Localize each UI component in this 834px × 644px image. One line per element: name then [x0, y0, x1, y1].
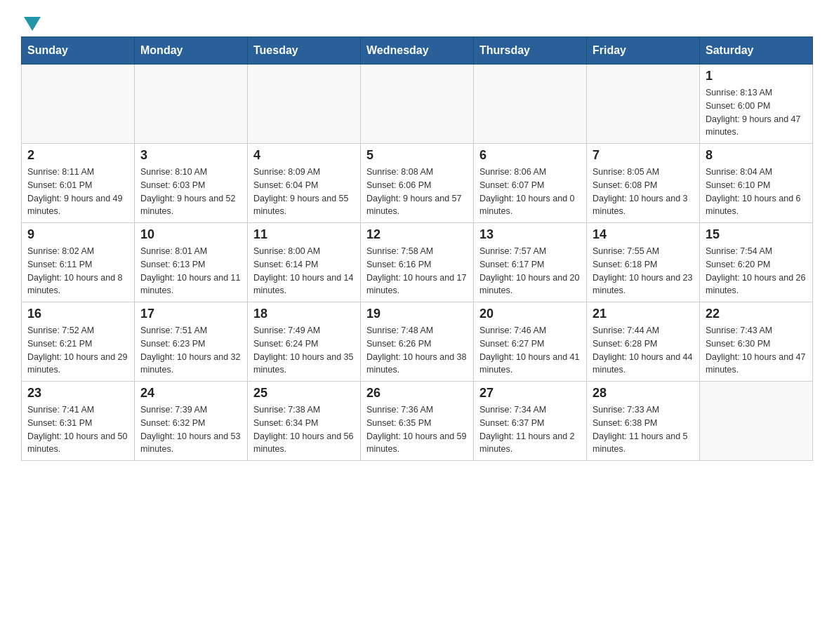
- calendar-day-cell: 13Sunrise: 7:57 AMSunset: 6:17 PMDayligh…: [474, 223, 587, 302]
- calendar-day-cell: 10Sunrise: 8:01 AMSunset: 6:13 PMDayligh…: [135, 223, 248, 302]
- calendar-day-cell: 7Sunrise: 8:05 AMSunset: 6:08 PMDaylight…: [587, 144, 700, 223]
- day-number: 11: [253, 227, 355, 242]
- calendar-day-cell: 28Sunrise: 7:33 AMSunset: 6:38 PMDayligh…: [587, 382, 700, 461]
- day-info: Sunrise: 7:52 AMSunset: 6:21 PMDaylight:…: [27, 324, 128, 377]
- calendar-day-cell: [361, 65, 474, 144]
- day-info: Sunrise: 8:05 AMSunset: 6:08 PMDaylight:…: [593, 166, 694, 218]
- day-info: Sunrise: 8:10 AMSunset: 6:03 PMDaylight:…: [140, 166, 241, 218]
- day-info: Sunrise: 7:41 AMSunset: 6:31 PMDaylight:…: [27, 403, 128, 456]
- day-info: Sunrise: 7:33 AMSunset: 6:38 PMDaylight:…: [593, 403, 694, 456]
- day-info: Sunrise: 7:49 AMSunset: 6:24 PMDaylight:…: [253, 324, 355, 377]
- day-info: Sunrise: 7:39 AMSunset: 6:32 PMDaylight:…: [140, 403, 241, 456]
- day-number: 21: [593, 307, 694, 321]
- calendar-day-cell: [700, 382, 813, 461]
- calendar-day-cell: 5Sunrise: 8:08 AMSunset: 6:06 PMDaylight…: [361, 144, 474, 223]
- day-number: 23: [27, 386, 128, 401]
- day-info: Sunrise: 8:11 AMSunset: 6:01 PMDaylight:…: [27, 166, 128, 218]
- day-info: Sunrise: 7:44 AMSunset: 6:28 PMDaylight:…: [593, 324, 694, 377]
- day-info: Sunrise: 7:36 AMSunset: 6:35 PMDaylight:…: [366, 403, 468, 456]
- day-info: Sunrise: 7:51 AMSunset: 6:23 PMDaylight:…: [140, 324, 241, 377]
- calendar-day-cell: 22Sunrise: 7:43 AMSunset: 6:30 PMDayligh…: [700, 302, 813, 382]
- day-info: Sunrise: 7:57 AMSunset: 6:17 PMDaylight:…: [479, 245, 581, 297]
- day-number: 10: [140, 227, 241, 242]
- calendar-week-row: 1Sunrise: 8:13 AMSunset: 6:00 PMDaylight…: [22, 65, 813, 144]
- day-number: 6: [479, 148, 581, 163]
- calendar-day-cell: [22, 65, 135, 144]
- calendar-day-cell: 2Sunrise: 8:11 AMSunset: 6:01 PMDaylight…: [22, 144, 135, 223]
- calendar-week-row: 9Sunrise: 8:02 AMSunset: 6:11 PMDaylight…: [22, 223, 813, 302]
- calendar-day-cell: [474, 65, 587, 144]
- day-info: Sunrise: 7:48 AMSunset: 6:26 PMDaylight:…: [366, 324, 468, 377]
- calendar-table: SundayMondayTuesdayWednesdayThursdayFrid…: [21, 36, 813, 461]
- day-number: 5: [366, 148, 468, 163]
- day-of-week-header: Monday: [135, 37, 248, 65]
- calendar-day-cell: [135, 65, 248, 144]
- calendar-day-cell: 3Sunrise: 8:10 AMSunset: 6:03 PMDaylight…: [135, 144, 248, 223]
- day-info: Sunrise: 8:01 AMSunset: 6:13 PMDaylight:…: [140, 245, 241, 297]
- calendar-week-row: 23Sunrise: 7:41 AMSunset: 6:31 PMDayligh…: [22, 382, 813, 461]
- day-number: 1: [706, 69, 807, 83]
- day-info: Sunrise: 8:08 AMSunset: 6:06 PMDaylight:…: [366, 166, 468, 218]
- calendar-day-cell: 16Sunrise: 7:52 AMSunset: 6:21 PMDayligh…: [22, 302, 135, 382]
- calendar-day-cell: 18Sunrise: 7:49 AMSunset: 6:24 PMDayligh…: [248, 302, 361, 382]
- calendar-day-cell: 27Sunrise: 7:34 AMSunset: 6:37 PMDayligh…: [474, 382, 587, 461]
- day-info: Sunrise: 8:13 AMSunset: 6:00 PMDaylight:…: [706, 86, 807, 139]
- day-info: Sunrise: 7:54 AMSunset: 6:20 PMDaylight:…: [706, 245, 807, 297]
- calendar-week-row: 16Sunrise: 7:52 AMSunset: 6:21 PMDayligh…: [22, 302, 813, 382]
- day-number: 28: [593, 386, 694, 401]
- page-header: [21, 14, 813, 29]
- calendar-day-cell: 14Sunrise: 7:55 AMSunset: 6:18 PMDayligh…: [587, 223, 700, 302]
- day-of-week-header: Wednesday: [361, 37, 474, 65]
- calendar-header-row: SundayMondayTuesdayWednesdayThursdayFrid…: [22, 37, 813, 65]
- calendar-day-cell: 15Sunrise: 7:54 AMSunset: 6:20 PMDayligh…: [700, 223, 813, 302]
- day-info: Sunrise: 7:46 AMSunset: 6:27 PMDaylight:…: [479, 324, 581, 377]
- calendar-day-cell: 20Sunrise: 7:46 AMSunset: 6:27 PMDayligh…: [474, 302, 587, 382]
- day-number: 22: [706, 307, 807, 321]
- calendar-day-cell: 17Sunrise: 7:51 AMSunset: 6:23 PMDayligh…: [135, 302, 248, 382]
- day-info: Sunrise: 8:04 AMSunset: 6:10 PMDaylight:…: [706, 166, 807, 218]
- day-number: 20: [479, 307, 581, 321]
- day-number: 9: [27, 227, 128, 242]
- day-number: 18: [253, 307, 355, 321]
- day-number: 14: [593, 227, 694, 242]
- calendar-day-cell: 11Sunrise: 8:00 AMSunset: 6:14 PMDayligh…: [248, 223, 361, 302]
- day-number: 27: [479, 386, 581, 401]
- calendar-day-cell: 8Sunrise: 8:04 AMSunset: 6:10 PMDaylight…: [700, 144, 813, 223]
- day-info: Sunrise: 7:43 AMSunset: 6:30 PMDaylight:…: [706, 324, 807, 377]
- day-number: 2: [27, 148, 128, 163]
- day-number: 7: [593, 148, 694, 163]
- day-number: 19: [366, 307, 468, 321]
- day-info: Sunrise: 8:02 AMSunset: 6:11 PMDaylight:…: [27, 245, 128, 297]
- day-info: Sunrise: 8:06 AMSunset: 6:07 PMDaylight:…: [479, 166, 581, 218]
- day-info: Sunrise: 7:38 AMSunset: 6:34 PMDaylight:…: [253, 403, 355, 456]
- day-number: 24: [140, 386, 241, 401]
- day-of-week-header: Friday: [587, 37, 700, 65]
- calendar-day-cell: 9Sunrise: 8:02 AMSunset: 6:11 PMDaylight…: [22, 223, 135, 302]
- calendar-day-cell: 23Sunrise: 7:41 AMSunset: 6:31 PMDayligh…: [22, 382, 135, 461]
- calendar-day-cell: 24Sunrise: 7:39 AMSunset: 6:32 PMDayligh…: [135, 382, 248, 461]
- calendar-day-cell: 25Sunrise: 7:38 AMSunset: 6:34 PMDayligh…: [248, 382, 361, 461]
- calendar-day-cell: 4Sunrise: 8:09 AMSunset: 6:04 PMDaylight…: [248, 144, 361, 223]
- day-number: 25: [253, 386, 355, 401]
- day-of-week-header: Tuesday: [248, 37, 361, 65]
- day-number: 15: [706, 227, 807, 242]
- day-info: Sunrise: 8:00 AMSunset: 6:14 PMDaylight:…: [253, 245, 355, 297]
- day-info: Sunrise: 8:09 AMSunset: 6:04 PMDaylight:…: [253, 166, 355, 218]
- day-number: 16: [27, 307, 128, 321]
- day-number: 12: [366, 227, 468, 242]
- calendar-day-cell: 6Sunrise: 8:06 AMSunset: 6:07 PMDaylight…: [474, 144, 587, 223]
- day-of-week-header: Sunday: [22, 37, 135, 65]
- calendar-day-cell: [248, 65, 361, 144]
- day-info: Sunrise: 7:58 AMSunset: 6:16 PMDaylight:…: [366, 245, 468, 297]
- calendar-day-cell: 19Sunrise: 7:48 AMSunset: 6:26 PMDayligh…: [361, 302, 474, 382]
- day-of-week-header: Thursday: [474, 37, 587, 65]
- day-number: 13: [479, 227, 581, 242]
- day-info: Sunrise: 7:34 AMSunset: 6:37 PMDaylight:…: [479, 403, 581, 456]
- day-number: 4: [253, 148, 355, 163]
- calendar-day-cell: 12Sunrise: 7:58 AMSunset: 6:16 PMDayligh…: [361, 223, 474, 302]
- day-number: 17: [140, 307, 241, 321]
- logo: [21, 14, 41, 29]
- day-number: 26: [366, 386, 468, 401]
- logo-triangle-icon: [24, 17, 41, 31]
- calendar-day-cell: [587, 65, 700, 144]
